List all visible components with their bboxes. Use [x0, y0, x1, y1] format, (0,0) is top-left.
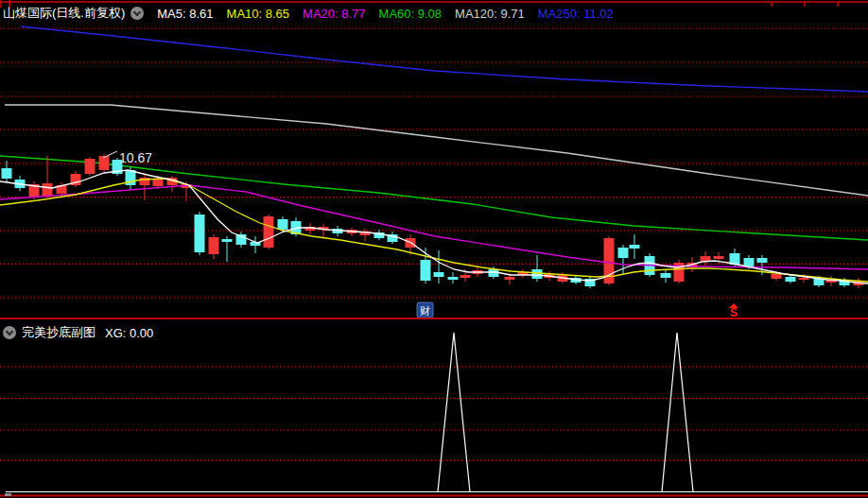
- sub-indicator-value: XG: 0.00: [105, 326, 153, 340]
- candle-body: [222, 239, 233, 242]
- candle-body: [99, 156, 110, 170]
- candle-body: [209, 237, 219, 254]
- ma60-label: MA60: 9.08: [379, 7, 443, 21]
- sell-marker-label: S: [730, 306, 738, 319]
- stock-title: 山煤国际(日线.前复权): [3, 5, 125, 22]
- candlestick-chart-canvas[interactable]: 10.67财S: [0, 0, 868, 498]
- signal-spike: [662, 333, 693, 492]
- candle-body: [460, 275, 471, 278]
- candle-body: [661, 273, 671, 278]
- chevron-down-icon[interactable]: [3, 326, 16, 339]
- candle-body: [2, 168, 12, 179]
- main-chart-header: 山煤国际(日线.前复权) MA5: 8.61 MA10: 8.65 MA20: …: [3, 5, 614, 22]
- candle-body: [43, 183, 53, 196]
- high-annotation-label: 10.67: [119, 150, 152, 165]
- candle-body: [772, 274, 782, 279]
- candle-body: [434, 272, 444, 277]
- candle-body: [448, 277, 459, 280]
- high-annotation-arrow: [103, 151, 117, 158]
- candle-body: [786, 277, 796, 282]
- candle-body: [532, 269, 543, 279]
- candle-body: [421, 260, 431, 281]
- candle-body: [701, 256, 711, 261]
- candle-body: [505, 277, 515, 280]
- candle-body: [714, 256, 724, 259]
- ma-line-ma250: [21, 26, 868, 92]
- candle-body: [153, 180, 164, 186]
- candle-body: [264, 216, 274, 248]
- ma250-label: MA250: 11.02: [538, 7, 614, 21]
- trading-app-window: 10.67财S 山煤国际(日线.前复权) MA5: 8.61 MA10: 8.6…: [0, 0, 868, 498]
- candle-body: [814, 279, 825, 285]
- watermark-text: 财: [420, 305, 430, 317]
- candle-body: [278, 219, 288, 230]
- candle-body: [489, 269, 499, 277]
- candle-body: [195, 215, 205, 252]
- scrollbar-nub[interactable]: [5, 493, 11, 496]
- chevron-down-icon[interactable]: [130, 7, 144, 20]
- candle-body: [757, 258, 768, 263]
- ma20-label: MA20: 8.77: [303, 7, 366, 21]
- ma10-label: MA10: 8.65: [227, 7, 290, 21]
- ma5-label: MA5: 8.61: [157, 7, 213, 21]
- candle-body: [630, 245, 640, 249]
- sub-indicator-header: 完美抄底副图 XG: 0.00: [3, 324, 153, 341]
- panel-divider[interactable]: [0, 318, 868, 319]
- candle-body: [85, 159, 95, 174]
- candle-body: [799, 278, 809, 280]
- signal-spike: [438, 333, 470, 492]
- candle-body: [618, 248, 629, 258]
- sub-indicator-title: 完美抄底副图: [22, 324, 95, 341]
- ma120-label: MA120: 9.71: [455, 7, 525, 21]
